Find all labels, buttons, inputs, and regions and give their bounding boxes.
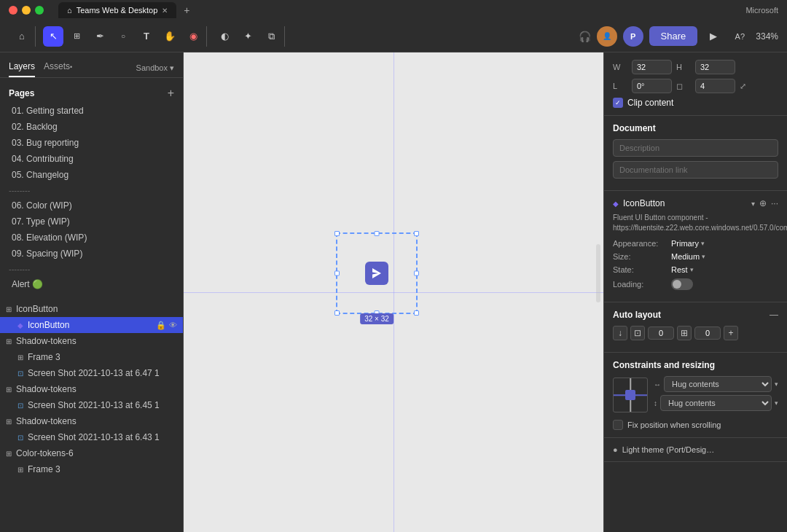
layer-screenshot-2[interactable]: ⊡ Screen Shot 2021-10-13 at 6.45 1 [0, 397, 183, 413]
layer-shadow-tokens-3[interactable]: ⊞ Shadow-tokens [0, 413, 183, 429]
toolbar: ⌂ ↖ ⊞ ✒ ○ T ✋ ◉ ◐ ✦ ⧉ 🎧 👤 P Share ▶ A? 3… [0, 20, 787, 52]
handle-ml[interactable] [334, 270, 340, 275]
frame-icon-7: ⊞ [17, 466, 23, 474]
loading-toggle[interactable] [671, 278, 693, 290]
layer-screenshot-3[interactable]: ⊡ Screen Shot 2021-10-13 at 6.43 1 [0, 429, 183, 445]
clip-checkbox[interactable]: ✓ [613, 98, 623, 108]
select-tool[interactable]: ↖ [43, 26, 63, 47]
page-item-6[interactable]: 06. Color (WIP) [3, 197, 180, 214]
component-description: Fluent UI Button component - https://flu… [613, 213, 778, 233]
handle-bl[interactable] [334, 310, 340, 316]
al-padding-icon[interactable]: ⊞ [677, 326, 692, 340]
user-avatar-2[interactable]: P [623, 26, 643, 47]
page-item-7[interactable]: 07. Type (WIP) [3, 214, 180, 230]
corner-input[interactable] [695, 79, 735, 93]
prototype-tool[interactable]: ✦ [238, 26, 258, 47]
al-gap-input[interactable] [648, 326, 674, 340]
appearance-value[interactable]: Primary ▾ [671, 239, 705, 248]
al-add-button[interactable]: + [724, 326, 738, 340]
add-page-button[interactable]: + [168, 87, 174, 100]
constraint-inner [625, 390, 635, 400]
h-constraint-select[interactable]: Hug contents [664, 376, 772, 392]
page-item-1[interactable]: 01. Getting started [3, 103, 180, 119]
component-tool[interactable]: ◉ [183, 26, 203, 47]
component-icon: ◆ [17, 321, 23, 329]
play-button[interactable]: ▶ [703, 26, 724, 47]
active-tab[interactable]: ⌂ Teams Web & Desktop ✕ [58, 2, 176, 18]
state-value[interactable]: Rest ▾ [671, 265, 694, 274]
chevron-down-icon: ▾ [170, 63, 174, 73]
rotation-input[interactable] [632, 79, 672, 93]
lock-icon[interactable]: 🔒 [156, 321, 166, 330]
text-tool[interactable]: T [136, 26, 157, 47]
appearance-row: Appearance: Primary ▾ [613, 239, 778, 248]
handle-br[interactable] [414, 310, 419, 316]
constraints-section: Constraints and resizing ↔ Hug contents [604, 353, 787, 438]
al-padding-input[interactable] [694, 326, 721, 340]
layer-shadow-tokens-1[interactable]: ⊞ Shadow-tokens [0, 333, 183, 349]
layer-label-7: Shadow-tokens [16, 416, 77, 426]
h-input[interactable] [695, 60, 735, 74]
handle-tl[interactable] [334, 231, 340, 236]
accessibility-button[interactable]: A? [729, 26, 750, 47]
w-input[interactable] [632, 60, 672, 74]
description-input[interactable] [613, 139, 778, 157]
layer-shadow-tokens-2[interactable]: ⊞ Shadow-tokens [0, 381, 183, 397]
page-item-5[interactable]: 05. Changelog [3, 167, 180, 183]
page-item-2[interactable]: 02. Backlog [3, 119, 180, 135]
page-item-alert[interactable]: Alert 🟢 [3, 276, 180, 292]
more-options-icon[interactable]: ··· [771, 198, 778, 208]
sandbox-button[interactable]: Sandbox ▾ [136, 63, 174, 73]
icon-component[interactable] [365, 262, 388, 285]
hand-tool[interactable]: ✋ [160, 26, 180, 47]
close-button[interactable] [9, 6, 17, 15]
remove-auto-layout-button[interactable]: — [770, 310, 778, 320]
home-button[interactable]: ⌂ [12, 26, 32, 47]
handle-mr[interactable] [414, 270, 419, 275]
eye-icon[interactable]: 👁 [169, 321, 177, 330]
new-tab-button[interactable]: + [179, 4, 194, 16]
user-avatar[interactable]: 👤 [597, 26, 617, 47]
shape-tool[interactable]: ○ [113, 26, 133, 47]
expand-icon[interactable]: ⤢ [740, 82, 746, 91]
rotation-label: L [613, 82, 627, 90]
page-item-8[interactable]: 08. Elevation (WIP) [3, 230, 180, 246]
layer-frame3-2[interactable]: ⊞ Frame 3 [0, 461, 183, 477]
maximize-button[interactable] [35, 6, 44, 15]
layer-screenshot-1[interactable]: ⊡ Screen Shot 2021-10-13 at 6.47 1 [0, 365, 183, 381]
zoom-level[interactable]: 334% [756, 31, 778, 42]
layer-color-tokens[interactable]: ⊞ Color-tokens-6 [0, 445, 183, 461]
handle-tr[interactable] [414, 231, 419, 236]
tab-close-icon[interactable]: ✕ [162, 7, 168, 15]
inspect-tool[interactable]: ⧉ [261, 26, 281, 47]
page-item-3[interactable]: 03. Bug reporting [3, 135, 180, 151]
pen-tool[interactable]: ✒ [90, 26, 110, 47]
al-down-arrow[interactable]: ↓ [613, 326, 627, 340]
state-label: State: [613, 265, 671, 274]
al-align-button[interactable]: ⊡ [630, 326, 645, 340]
target-icon[interactable]: ⊕ [759, 198, 767, 208]
component-header: ◆ IconButton ▾ ⊕ ··· [613, 198, 778, 208]
design-tool[interactable]: ◐ [214, 26, 235, 47]
layer-label-5: Shadow-tokens [16, 384, 77, 394]
canvas[interactable]: 32 × 32 [184, 52, 603, 532]
doc-link-input[interactable] [613, 161, 778, 179]
size-value[interactable]: Medium ▾ [671, 252, 705, 261]
handle-tm[interactable] [374, 231, 379, 236]
component-actions: ⊕ ··· [759, 198, 778, 208]
layer-iconbutton-frame[interactable]: ⊞ IconButton [0, 301, 183, 317]
page-item-9[interactable]: 09. Spacing (WIP) [3, 246, 180, 262]
send-icon [370, 267, 383, 280]
canvas-scrollbar[interactable] [596, 244, 600, 302]
layer-frame3[interactable]: ⊞ Frame 3 [0, 349, 183, 365]
share-button[interactable]: Share [649, 26, 698, 46]
fix-position-checkbox[interactable] [613, 420, 623, 430]
state-chevron: ▾ [690, 266, 694, 273]
assets-tab[interactable]: Assets• [44, 58, 72, 77]
page-item-4[interactable]: 04. Contributing [3, 151, 180, 167]
layer-iconbutton-component[interactable]: ◆ IconButton 🔒 👁 [0, 317, 183, 333]
layers-tab[interactable]: Layers [9, 58, 35, 77]
minimize-button[interactable] [22, 6, 31, 15]
frame-tool[interactable]: ⊞ [66, 26, 87, 47]
v-constraint-select[interactable]: Hug contents [660, 395, 772, 411]
